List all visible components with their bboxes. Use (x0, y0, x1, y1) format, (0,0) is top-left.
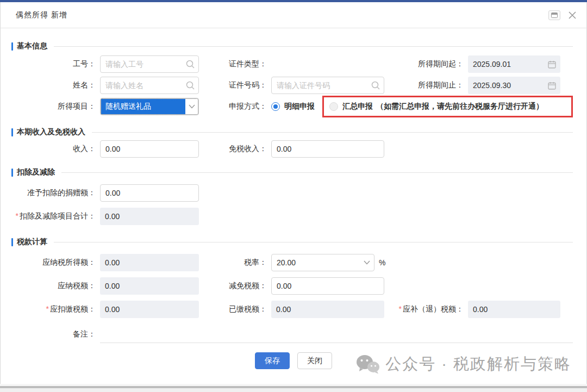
dialog-incidental-income-new: 偶然所得 新增 基本信息 工号： (0, 2, 587, 384)
titlebar-icons (548, 10, 577, 20)
summary-declare-note: （如需汇总申报，请先前往办税服务厅进行开通） (376, 102, 544, 111)
emp-no-label: 工号： (11, 59, 100, 69)
background-page-edge (0, 384, 587, 392)
watermark: 公众号 · 税政解析与策略 (356, 353, 571, 375)
tax-free-income-input[interactable] (271, 140, 384, 158)
tax-reduced-field (271, 277, 384, 295)
remark-input[interactable] (100, 326, 573, 343)
form-row: 工号： 证件类型： 所得期间起： 2025.09.01 (11, 55, 573, 73)
form-row: *应扣缴税额： 0.00 已缴税额： 0.00 *应补（退）税额： 0.00 (11, 301, 573, 318)
form-row: 应纳税所得额： 0.00 税率： 20.00 % (11, 254, 573, 271)
tax-payable-label: 应纳税额： (11, 281, 100, 291)
watermark-text: 公众号 · 税政解析与策略 (385, 353, 571, 375)
section-basic-info: 基本信息 (11, 41, 573, 51)
section-divider (54, 46, 573, 47)
section-divider (61, 172, 573, 173)
radio-selected-icon (271, 102, 280, 111)
section-title: 扣除及减除 (17, 167, 55, 177)
section-accent-bar (11, 42, 13, 51)
magnifier-icon[interactable] (185, 80, 195, 90)
tax-due-label: *应补（退）税额： (384, 304, 468, 314)
footer-buttons: 保存 关闭 (255, 352, 332, 369)
deduction-total-field: 0.00 (100, 208, 199, 225)
cert-no-label: 证件号码： (199, 80, 271, 90)
period-end-value: 2025.09.30 (473, 81, 548, 90)
tax-reduced-label: 减免税额： (199, 281, 271, 291)
calendar-icon[interactable] (548, 82, 556, 90)
tax-withheld-value: 0.00 (105, 305, 195, 314)
form-row: 应纳税额： 0.00 减免税额： (11, 277, 573, 295)
dialog-footer: 保存 关闭 公众号 · 税政解析与策略 (1, 352, 586, 376)
taxable-income-label: 应纳税所得额： (11, 258, 100, 267)
tax-paid-field: 0.00 (271, 301, 384, 318)
window-restore-icon[interactable] (548, 10, 560, 20)
required-mark: * (16, 211, 18, 220)
section-title: 税款计算 (17, 237, 47, 247)
tax-withheld-field: 0.00 (100, 301, 199, 318)
cert-type-label: 证件类型： (199, 59, 271, 69)
save-button[interactable]: 保存 (255, 352, 290, 369)
page: 偶然所得 新增 基本信息 工号： (0, 0, 587, 392)
period-start-field[interactable]: 2025.09.01 (468, 55, 560, 73)
income-field (100, 140, 199, 158)
section-title: 本期收入及免税收入 (17, 127, 85, 137)
section-deductions: 扣除及减除 (11, 167, 573, 177)
section-divider (92, 132, 573, 133)
tax-payable-field: 0.00 (100, 277, 199, 295)
form-row: 所得项目： 随机赠送礼品 申报方式： 明细申报 汇总申报 (11, 98, 573, 115)
income-item-selected-value: 随机赠送礼品 (101, 99, 185, 114)
declare-mode-label: 申报方式： (199, 102, 271, 111)
tax-paid-value: 0.00 (276, 305, 380, 314)
name-input[interactable] (100, 77, 199, 94)
donation-deduction-field (100, 184, 199, 202)
tax-rate-unit: % (379, 258, 385, 267)
close-icon[interactable] (568, 11, 577, 20)
form-row: 准予扣除的捐赠额： (11, 184, 573, 202)
donation-deduction-label: 准予扣除的捐赠额： (11, 188, 100, 198)
taxable-income-value: 0.00 (105, 258, 195, 267)
name-field (100, 77, 199, 94)
income-item-select[interactable]: 随机赠送礼品 (100, 98, 199, 115)
chevron-down-icon (185, 98, 198, 115)
form-row: *扣除及减除项目合计： 0.00 (11, 208, 573, 225)
chevron-down-icon (360, 260, 374, 265)
radio-summary-declare[interactable]: 汇总申报 (329, 102, 373, 111)
period-start-value: 2025.09.01 (473, 60, 548, 69)
income-input[interactable] (100, 140, 199, 158)
cert-no-field (271, 77, 384, 94)
section-accent-bar (11, 238, 13, 246)
required-mark: * (399, 304, 402, 313)
taxable-income-field: 0.00 (100, 254, 199, 271)
period-end-field[interactable]: 2025.09.30 (468, 77, 560, 94)
period-end-label: 所得期间止： (384, 80, 468, 90)
calendar-icon[interactable] (548, 60, 556, 69)
magnifier-icon[interactable] (371, 80, 380, 90)
emp-no-input[interactable] (100, 55, 199, 73)
dialog-title: 偶然所得 新增 (16, 10, 67, 20)
magnifier-icon[interactable] (185, 59, 195, 69)
tax-rate-label: 税率： (199, 258, 271, 267)
radio-summary-label: 汇总申报 (342, 102, 373, 111)
tax-free-income-label: 免税收入： (199, 144, 271, 154)
tax-due-value: 0.00 (473, 305, 556, 314)
donation-deduction-input[interactable] (100, 184, 199, 202)
form-row: 备注： (11, 326, 573, 343)
close-button[interactable]: 关闭 (297, 352, 332, 369)
form-row: 姓名： 证件号码： 所得期间止： 2025.09.30 (11, 77, 573, 94)
tax-reduced-input[interactable] (271, 277, 384, 295)
summary-declare-highlight-box: 汇总申报 （如需汇总申报，请先前往办税服务厅进行开通） (322, 96, 573, 117)
section-title: 基本信息 (17, 41, 47, 51)
dialog-titlebar: 偶然所得 新增 (1, 2, 586, 28)
tax-paid-label: 已缴税额： (199, 304, 271, 314)
radio-detail-label: 明细申报 (284, 102, 315, 111)
radio-detail-declare[interactable]: 明细申报 (271, 102, 315, 111)
form-row: 收入： 免税收入： (11, 140, 573, 158)
radio-disabled-icon (329, 102, 338, 111)
tax-rate-select[interactable]: 20.00 (271, 254, 374, 271)
section-tax-calculation: 税款计算 (11, 237, 573, 247)
cert-no-input[interactable] (271, 77, 384, 94)
tax-free-income-field (271, 140, 384, 158)
required-mark: * (46, 304, 49, 313)
tax-payable-value: 0.00 (105, 282, 195, 290)
remark-label: 备注： (11, 329, 100, 339)
